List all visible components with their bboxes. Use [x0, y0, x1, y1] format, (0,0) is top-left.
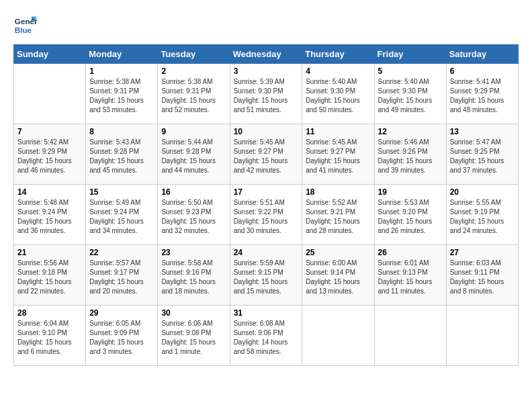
day-cell: 2Sunrise: 5:38 AMSunset: 9:31 PMDaylight… [158, 64, 230, 124]
day-info: Sunrise: 5:53 AMSunset: 9:20 PMDaylight:… [378, 198, 443, 236]
day-info: Sunrise: 5:39 AMSunset: 9:30 PMDaylight:… [234, 77, 299, 115]
day-info: Sunrise: 5:44 AMSunset: 9:28 PMDaylight:… [161, 138, 226, 175]
day-number: 9 [161, 127, 226, 136]
day-number: 12 [378, 127, 443, 136]
day-cell: 17Sunrise: 5:51 AMSunset: 9:22 PMDayligh… [230, 185, 302, 245]
day-cell: 21Sunrise: 5:56 AMSunset: 9:18 PMDayligh… [14, 245, 86, 306]
day-number: 20 [450, 187, 515, 197]
day-info: Sunrise: 5:58 AMSunset: 9:16 PMDaylight:… [161, 259, 226, 296]
day-info: Sunrise: 5:38 AMSunset: 9:31 PMDaylight:… [161, 77, 226, 115]
day-info: Sunrise: 5:45 AMSunset: 9:27 PMDaylight:… [306, 138, 370, 175]
day-cell: 1Sunrise: 5:38 AMSunset: 9:31 PMDaylight… [86, 64, 158, 124]
day-cell: 28Sunrise: 6:04 AMSunset: 9:10 PMDayligh… [14, 306, 86, 366]
day-cell: 15Sunrise: 5:49 AMSunset: 9:24 PMDayligh… [86, 185, 158, 245]
day-number: 15 [89, 187, 154, 197]
day-info: Sunrise: 5:51 AMSunset: 9:22 PMDaylight:… [234, 198, 299, 236]
day-number: 21 [17, 248, 82, 257]
day-info: Sunrise: 6:01 AMSunset: 9:13 PMDaylight:… [378, 259, 443, 296]
calendar: SundayMondayTuesdayWednesdayThursdayFrid… [13, 44, 519, 366]
svg-text:Blue: Blue [15, 26, 32, 34]
week-row-4: 21Sunrise: 5:56 AMSunset: 9:18 PMDayligh… [14, 245, 519, 306]
day-info: Sunrise: 5:50 AMSunset: 9:23 PMDaylight:… [161, 198, 226, 236]
day-number: 27 [450, 248, 515, 257]
day-info: Sunrise: 5:45 AMSunset: 9:27 PMDaylight:… [234, 138, 299, 175]
day-cell: 31Sunrise: 6:08 AMSunset: 9:06 PMDayligh… [230, 306, 302, 366]
day-cell: 16Sunrise: 5:50 AMSunset: 9:23 PMDayligh… [158, 185, 230, 245]
day-cell: 25Sunrise: 6:00 AMSunset: 9:14 PMDayligh… [302, 245, 374, 306]
week-row-2: 7Sunrise: 5:42 AMSunset: 9:29 PMDaylight… [14, 124, 519, 185]
day-info: Sunrise: 5:47 AMSunset: 9:25 PMDaylight:… [450, 138, 515, 175]
day-info: Sunrise: 5:48 AMSunset: 9:24 PMDaylight:… [17, 198, 82, 236]
day-cell: 27Sunrise: 6:03 AMSunset: 9:11 PMDayligh… [446, 245, 518, 306]
day-cell: 24Sunrise: 5:59 AMSunset: 9:15 PMDayligh… [230, 245, 302, 306]
day-number: 13 [450, 127, 515, 136]
day-number: 3 [234, 66, 299, 76]
weekday-header-monday: Monday [86, 45, 158, 64]
day-number: 29 [89, 308, 154, 318]
day-cell [14, 64, 86, 124]
day-cell: 5Sunrise: 5:40 AMSunset: 9:30 PMDaylight… [374, 64, 446, 124]
day-cell: 26Sunrise: 6:01 AMSunset: 9:13 PMDayligh… [374, 245, 446, 306]
day-cell: 7Sunrise: 5:42 AMSunset: 9:29 PMDaylight… [14, 124, 86, 185]
week-row-1: 1Sunrise: 5:38 AMSunset: 9:31 PMDaylight… [14, 64, 519, 124]
day-cell: 20Sunrise: 5:55 AMSunset: 9:19 PMDayligh… [446, 185, 518, 245]
day-info: Sunrise: 5:46 AMSunset: 9:26 PMDaylight:… [378, 138, 443, 175]
day-info: Sunrise: 5:56 AMSunset: 9:18 PMDaylight:… [17, 259, 82, 296]
header: General Blue [13, 13, 519, 38]
weekday-header-wednesday: Wednesday [230, 45, 302, 64]
day-info: Sunrise: 6:00 AMSunset: 9:14 PMDaylight:… [306, 259, 370, 296]
day-number: 24 [234, 248, 299, 257]
logo: General Blue [13, 13, 40, 38]
day-number: 30 [161, 308, 226, 318]
day-info: Sunrise: 6:03 AMSunset: 9:11 PMDaylight:… [450, 259, 515, 296]
day-number: 18 [306, 187, 370, 197]
day-number: 11 [306, 127, 370, 136]
week-row-5: 28Sunrise: 6:04 AMSunset: 9:10 PMDayligh… [14, 306, 519, 366]
weekday-header-sunday: Sunday [14, 45, 86, 64]
day-cell: 11Sunrise: 5:45 AMSunset: 9:27 PMDayligh… [302, 124, 374, 185]
day-number: 6 [450, 66, 515, 76]
weekday-header-thursday: Thursday [302, 45, 374, 64]
day-cell: 30Sunrise: 6:06 AMSunset: 9:08 PMDayligh… [158, 306, 230, 366]
day-number: 16 [161, 187, 226, 197]
day-info: Sunrise: 5:40 AMSunset: 9:30 PMDaylight:… [306, 77, 370, 115]
day-cell: 29Sunrise: 6:05 AMSunset: 9:09 PMDayligh… [86, 306, 158, 366]
day-number: 19 [378, 187, 443, 197]
day-number: 7 [17, 127, 82, 136]
day-info: Sunrise: 5:42 AMSunset: 9:29 PMDaylight:… [17, 138, 82, 175]
day-info: Sunrise: 5:59 AMSunset: 9:15 PMDaylight:… [234, 259, 299, 296]
day-number: 25 [306, 248, 370, 257]
day-cell: 6Sunrise: 5:41 AMSunset: 9:29 PMDaylight… [446, 64, 518, 124]
weekday-header-tuesday: Tuesday [158, 45, 230, 64]
day-info: Sunrise: 6:05 AMSunset: 9:09 PMDaylight:… [89, 319, 154, 357]
day-number: 23 [161, 248, 226, 257]
day-cell: 23Sunrise: 5:58 AMSunset: 9:16 PMDayligh… [158, 245, 230, 306]
day-number: 8 [89, 127, 154, 136]
day-number: 2 [161, 66, 226, 76]
day-cell: 12Sunrise: 5:46 AMSunset: 9:26 PMDayligh… [374, 124, 446, 185]
weekday-header-row: SundayMondayTuesdayWednesdayThursdayFrid… [14, 45, 519, 64]
day-number: 17 [234, 187, 299, 197]
day-cell: 3Sunrise: 5:39 AMSunset: 9:30 PMDaylight… [230, 64, 302, 124]
weekday-header-friday: Friday [374, 45, 446, 64]
day-info: Sunrise: 5:38 AMSunset: 9:31 PMDaylight:… [89, 77, 154, 115]
day-cell: 19Sunrise: 5:53 AMSunset: 9:20 PMDayligh… [374, 185, 446, 245]
day-cell: 10Sunrise: 5:45 AMSunset: 9:27 PMDayligh… [230, 124, 302, 185]
day-info: Sunrise: 5:55 AMSunset: 9:19 PMDaylight:… [450, 198, 515, 236]
day-number: 26 [378, 248, 443, 257]
logo-icon: General Blue [13, 13, 38, 38]
day-number: 1 [89, 66, 154, 76]
day-info: Sunrise: 6:06 AMSunset: 9:08 PMDaylight:… [161, 319, 226, 357]
day-info: Sunrise: 5:41 AMSunset: 9:29 PMDaylight:… [450, 77, 515, 115]
day-cell [446, 306, 518, 366]
day-info: Sunrise: 5:52 AMSunset: 9:21 PMDaylight:… [306, 198, 370, 236]
week-row-3: 14Sunrise: 5:48 AMSunset: 9:24 PMDayligh… [14, 185, 519, 245]
day-info: Sunrise: 5:57 AMSunset: 9:17 PMDaylight:… [89, 259, 154, 296]
day-number: 22 [89, 248, 154, 257]
day-number: 4 [306, 66, 370, 76]
day-number: 14 [17, 187, 82, 197]
day-cell: 8Sunrise: 5:43 AMSunset: 9:28 PMDaylight… [86, 124, 158, 185]
day-number: 31 [234, 308, 299, 318]
day-cell: 18Sunrise: 5:52 AMSunset: 9:21 PMDayligh… [302, 185, 374, 245]
weekday-header-saturday: Saturday [446, 45, 518, 64]
